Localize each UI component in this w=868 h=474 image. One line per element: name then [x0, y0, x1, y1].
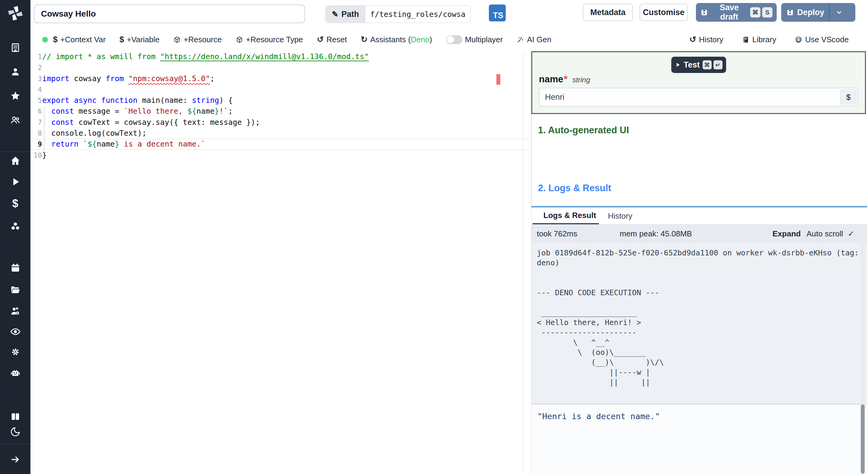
sidebar-folders-icon[interactable] [0, 281, 30, 299]
metadata-button[interactable]: Metadata [583, 4, 633, 21]
field-label: name * string [539, 74, 590, 85]
add-context-var-button[interactable]: $+Context Var [53, 35, 106, 44]
sidebar-resources-cubes-icon[interactable] [0, 218, 30, 236]
field-name: name [539, 74, 563, 85]
top-bar: ✎ Path f/testing_roles/cowsa TS Metadata… [30, 0, 868, 28]
toolbar-item-label: +Resource [184, 35, 221, 44]
line-number: 5 [30, 95, 42, 106]
history-icon: ↺ [689, 35, 696, 44]
script-title-input[interactable] [34, 4, 305, 23]
code-line: 7 const cowText = cowsay.say({ text: mes… [30, 117, 531, 128]
code-line: 1// import * as wmill from "https://deno… [30, 51, 531, 62]
auto-generated-ui-heading: 1. Auto-generated UI [538, 125, 629, 136]
result-area[interactable]: "Henri is a decent name." [531, 404, 867, 474]
line-number: 10 [30, 150, 42, 161]
tab-logs-result[interactable]: Logs & Result [532, 207, 599, 224]
sidebar-schedules-calendar-icon[interactable] [0, 259, 30, 277]
cube-icon [173, 36, 181, 43]
typescript-badge: TS [489, 4, 506, 22]
add-resource-button[interactable]: +Resource [173, 35, 221, 44]
sidebar-workers-robot-icon[interactable] [0, 364, 30, 382]
toolbar-item-label: Library [752, 35, 776, 44]
job-log-output[interactable]: job 0189d64f-812b-525e-f020-652bd9da1100… [531, 243, 867, 404]
code-line: 9 return `${name} is a decent name.` [30, 139, 531, 150]
line-number: 4 [30, 84, 42, 95]
ai-gen-button[interactable]: AI Gen [517, 35, 551, 44]
left-sidebar: $ [0, 0, 30, 474]
sidebar-audit-logs-eye-icon[interactable] [0, 323, 30, 341]
path-label: Path [341, 10, 359, 19]
key-chip: ↵ [713, 60, 722, 69]
sidebar-runs-play-icon[interactable] [0, 173, 30, 191]
test-button[interactable]: Test ⌘↵ [671, 57, 726, 73]
required-asterisk: * [564, 74, 567, 85]
deploy-dropdown-button[interactable] [830, 3, 848, 22]
sidebar-favorites-star-icon[interactable] [0, 87, 30, 105]
toolbar-item-label: +Context Var [60, 35, 106, 44]
toolbar-item-label: +Variable [127, 35, 160, 44]
path-value-input[interactable]: f/testing_roles/cowsa [365, 6, 470, 23]
windmill-logo[interactable] [0, 0, 30, 27]
history-button[interactable]: ↺History [689, 35, 723, 44]
dollar-icon: $ [53, 35, 58, 44]
sidebar-user-icon[interactable] [0, 63, 30, 81]
sidebar-dark-mode-moon-icon[interactable] [0, 423, 30, 441]
add-resource-type-button[interactable]: +Resource Type [236, 35, 303, 44]
save-icon [700, 8, 708, 17]
line-number: 6 [30, 106, 42, 117]
name-input[interactable]: Henri $ [539, 88, 858, 107]
pencil-icon: ✎ [332, 10, 338, 19]
expand-button[interactable]: Expand [772, 224, 801, 243]
sidebar-collapse-arrow-icon[interactable] [0, 450, 30, 469]
save-draft-button[interactable]: Save draft ⌘S [696, 3, 777, 22]
sidebar-divider [0, 152, 30, 152]
deploy-label: Deploy [797, 8, 824, 17]
key-chip: S [762, 7, 772, 18]
status-dot [42, 37, 48, 42]
sidebar-home-icon[interactable] [0, 152, 30, 170]
use-vscode-button[interactable]: Use VScode [795, 35, 849, 44]
reset-button[interactable]: ↺Reset [317, 35, 347, 44]
test-args-panel: Test ⌘↵ name * string Henri $ [531, 51, 866, 114]
line-number: 3 [30, 73, 42, 84]
autoscroll-toggle[interactable]: Auto scroll [807, 224, 843, 243]
sidebar-groups-icon[interactable] [0, 111, 30, 129]
line-number: 8 [30, 128, 42, 139]
add-variable-button[interactable]: $+Variable [120, 35, 160, 44]
toolbar-item-label: Reset [327, 35, 347, 44]
editor-scroll-edge [523, 51, 524, 474]
scrollbar-thumb[interactable] [861, 404, 865, 474]
logs-result-heading: 2. Logs & Result [538, 183, 611, 194]
library-button[interactable]: Library [742, 35, 776, 44]
mem-peak: mem peak: 45.08MB [620, 224, 692, 243]
code-line: 4 [30, 84, 531, 95]
editor-toolbar: $+Context Var$+Variable+Resource+Resourc… [30, 28, 868, 52]
sidebar-groups-admin-icon[interactable] [0, 302, 30, 320]
customise-button[interactable]: Customise [640, 4, 688, 21]
run-duration: took 762ms [537, 224, 577, 243]
multiplayer-toggle[interactable]: Multiplayer [446, 35, 503, 44]
dollar-icon: $ [120, 35, 124, 44]
run-meta-bar: took 762ms mem peak: 45.08MB Expand Auto… [531, 224, 867, 243]
sidebar-settings-gear-icon[interactable] [0, 343, 30, 361]
code-editor[interactable]: 1// import * as wmill from "https://deno… [30, 51, 531, 474]
windmill-script-editor: $ ✎ Path f/testing_roles/cowsa TS Metada… [0, 0, 868, 474]
sidebar-workspace-building-icon[interactable] [0, 38, 30, 57]
code-line: 5export async function main(name: string… [30, 95, 531, 106]
test-label: Test [684, 60, 700, 70]
tab-history[interactable]: History [608, 207, 644, 224]
sidebar-variables-dollar-icon[interactable]: $ [0, 195, 30, 213]
deploy-button[interactable]: Deploy [781, 3, 855, 22]
logs-tabs: Logs & ResultHistory [531, 207, 867, 224]
code-line: 6 const message = `Hello there, ${name}!… [30, 106, 531, 117]
assistants-button[interactable]: ↻Assistants (Deno) [361, 35, 432, 44]
logs-panel: Logs & ResultHistory took 762ms mem peak… [531, 206, 867, 474]
insert-variable-button[interactable]: $ [840, 90, 857, 105]
line-number: 7 [30, 117, 42, 128]
code-line: 10} [30, 150, 531, 161]
check-icon: ✓ [848, 224, 855, 243]
key-chip: ⌘ [750, 7, 761, 18]
path-button[interactable]: ✎ Path [326, 6, 365, 23]
key-chip: ⌘ [703, 60, 712, 69]
toggle-switch[interactable] [446, 35, 462, 44]
